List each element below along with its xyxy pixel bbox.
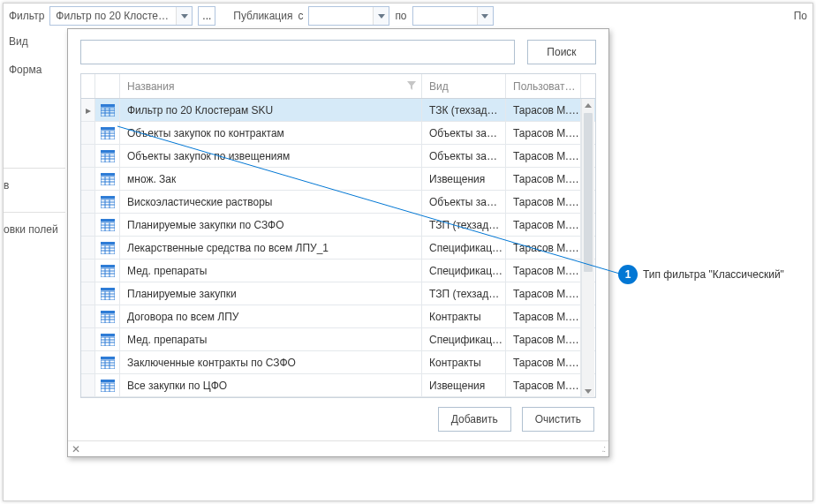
sidebar-vid: Вид [9, 35, 42, 48]
row-indicator [81, 351, 95, 373]
row-name: Заключенные контракты по СЗФО [120, 351, 422, 373]
row-indicator [81, 191, 95, 213]
table-row[interactable]: Объекты закупок по извещениямОбъекты за…… [81, 145, 595, 168]
svg-rect-7 [101, 131, 115, 139]
close-icon[interactable]: ✕ [72, 443, 80, 455]
svg-rect-48 [101, 288, 115, 290]
row-user: Тарасов М.… [506, 122, 581, 144]
table-row[interactable]: Все закупки по ЦФОИзвещенияТарасов М.… [81, 374, 595, 397]
filter-combo[interactable]: Фильтр по 20 Клосте… [49, 6, 193, 26]
truncated-po-label: По [794, 10, 807, 22]
chevron-down-icon [481, 14, 488, 19]
table-icon [95, 191, 120, 213]
svg-rect-12 [101, 150, 115, 153]
svg-rect-73 [101, 383, 115, 392]
svg-rect-37 [101, 245, 115, 254]
add-button[interactable]: Добавить [438, 407, 511, 432]
svg-rect-13 [101, 154, 115, 162]
table-row[interactable]: Договора по всем ЛПУКонтрактыТарасов М.… [81, 305, 595, 328]
from-label: с [298, 10, 303, 22]
table-row[interactable]: ▸Фильтр по 20 Клостерам SKUТЗК (техзад…Т… [81, 99, 595, 122]
publication-label: Публикация [233, 10, 292, 22]
search-input[interactable] [80, 40, 515, 64]
chevron-down-icon [378, 14, 385, 19]
grid-body: ▸Фильтр по 20 Клостерам SKUТЗК (техзад…Т… [81, 99, 595, 397]
row-user: Тарасов М.… [506, 282, 581, 305]
row-user: Тарасов М.… [506, 99, 581, 121]
svg-rect-0 [101, 104, 115, 107]
top-toolbar: Фильтр Фильтр по 20 Клосте… ... Публикац… [4, 4, 812, 28]
svg-rect-66 [101, 357, 115, 359]
row-user: Тарасов М.… [506, 305, 581, 327]
table-row[interactable]: Вискоэластические растворыОбъекты за…Тар… [81, 191, 595, 214]
bg-text-2: овки полей [4, 212, 65, 236]
bg-text-1: в [4, 168, 65, 192]
grid-header-selector [81, 74, 95, 98]
row-vid: Спецификац… [422, 260, 506, 282]
sidebar: Вид Форма [9, 35, 42, 76]
row-vid: Контракты [422, 305, 506, 327]
row-indicator [81, 260, 95, 282]
clear-button[interactable]: Очистить [522, 407, 594, 432]
row-user: Тарасов М.… [506, 374, 581, 396]
grid-header-vid[interactable]: Вид [422, 74, 506, 98]
filter-ellipsis-button[interactable]: ... [198, 6, 215, 26]
filter-combo-text: Фильтр по 20 Клосте… [50, 10, 176, 22]
row-vid: Объекты за… [422, 122, 506, 144]
filter-combo-dropdown[interactable] [176, 7, 192, 25]
table-row[interactable]: множ. ЗакИзвещенияТарасов М.… [81, 168, 595, 191]
resize-handle-icon[interactable]: .: [601, 447, 605, 452]
row-name: Планируемые закупки по СЗФО [120, 214, 422, 236]
row-name: Мед. препараты [120, 328, 422, 350]
table-row[interactable]: Мед. препаратыСпецификац…Тарасов М.… [81, 328, 595, 351]
row-indicator [81, 328, 95, 350]
row-vid: ТЗП (техзад… [422, 282, 506, 305]
search-button[interactable]: Поиск [527, 40, 596, 64]
table-row[interactable]: Заключенные контракты по СЗФОКонтрактыТа… [81, 351, 595, 374]
row-user: Тарасов М.… [506, 214, 581, 236]
row-vid: Контракты [422, 351, 506, 373]
filter-grid: Названия Вид Пользоват… ▸Фильтр по 20 Кл… [80, 73, 596, 398]
row-indicator [81, 168, 95, 190]
row-user: Тарасов М.… [506, 328, 581, 350]
row-vid: Объекты за… [422, 145, 506, 167]
svg-rect-67 [101, 360, 115, 369]
row-user: Тарасов М.… [506, 237, 581, 259]
filter-icon [407, 81, 416, 90]
row-name: Договора по всем ЛПУ [120, 305, 422, 327]
scroll-down-icon[interactable] [582, 385, 594, 397]
table-row[interactable]: Мед. препаратыСпецификац…Тарасов М.… [81, 260, 595, 282]
table-row[interactable]: Объекты закупок по контрактамОбъекты за…… [81, 122, 595, 145]
table-icon [95, 214, 120, 236]
row-name: Объекты закупок по контрактам [120, 122, 422, 144]
row-indicator [81, 305, 95, 327]
row-name: Мед. препараты [120, 260, 422, 282]
row-vid: Извещения [422, 374, 506, 396]
svg-rect-31 [101, 222, 115, 231]
date-to-dropdown[interactable] [477, 7, 493, 25]
table-icon [95, 99, 120, 121]
to-label: по [395, 10, 406, 22]
row-user: Тарасов М.… [506, 145, 581, 167]
table-row[interactable]: Лекарственные средства по всем ЛПУ_1Спец… [81, 237, 595, 260]
scroll-thumb[interactable] [584, 113, 593, 272]
scroll-up-icon[interactable] [582, 99, 594, 111]
grid-header-name[interactable]: Названия [120, 74, 422, 98]
scrollbar[interactable] [581, 99, 594, 397]
date-to-combo[interactable] [412, 6, 494, 26]
grid-header-scroll [581, 74, 595, 98]
row-indicator [81, 374, 95, 396]
filter-label: Фильтр [9, 10, 44, 22]
table-row[interactable]: Планируемые закупки по СЗФОТЗП (техзад…Т… [81, 214, 595, 237]
grid-header-user[interactable]: Пользоват… [506, 74, 581, 98]
date-from-dropdown[interactable] [373, 7, 389, 25]
table-row[interactable]: Планируемые закупкиТЗП (техзад…Тарасов М… [81, 282, 595, 305]
row-user: Тарасов М.… [506, 351, 581, 373]
date-from-combo[interactable] [308, 6, 389, 26]
row-vid: ТЗП (техзад… [422, 214, 506, 236]
table-icon [95, 122, 120, 144]
row-indicator [81, 122, 95, 144]
table-icon [95, 305, 120, 327]
row-vid: ТЗК (техзад… [422, 99, 506, 121]
svg-rect-43 [101, 268, 115, 277]
